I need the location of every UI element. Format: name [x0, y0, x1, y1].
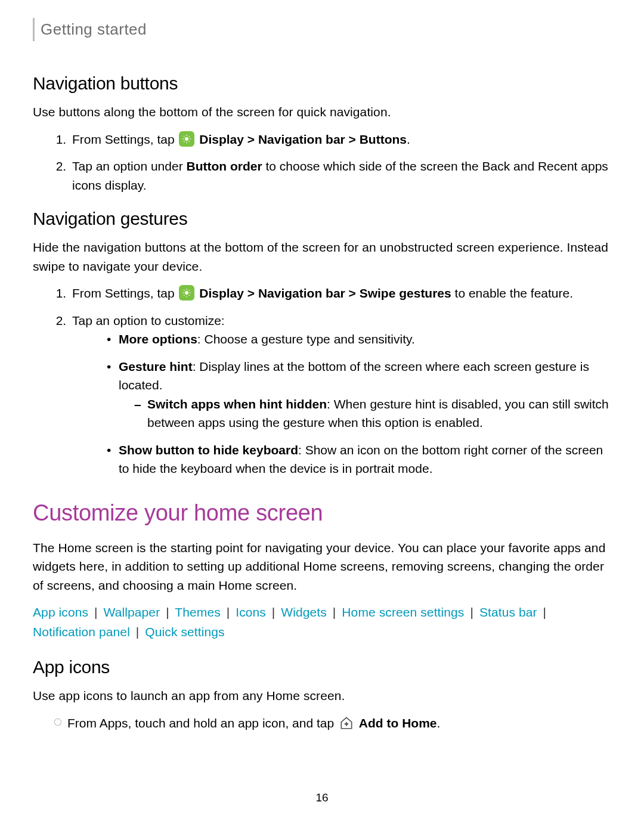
- separator: |: [227, 605, 230, 619]
- heading-navigation-gestures: Navigation gestures: [33, 205, 611, 232]
- svg-line-14: [184, 290, 185, 291]
- list-item: Gesture hint: Display lines at the botto…: [115, 357, 611, 432]
- text: to enable the feature.: [451, 286, 573, 300]
- display-icon: [179, 131, 194, 147]
- list-item: From Apps, touch and hold an app icon, a…: [67, 714, 611, 733]
- text-bold: Gesture hint: [119, 360, 193, 373]
- nav-gestures-intro: Hide the navigation buttons at the botto…: [33, 238, 611, 275]
- app-icons-intro: Use app icons to launch an app from any …: [33, 686, 611, 705]
- text-bold: Add to Home: [359, 716, 437, 730]
- link-wallpaper[interactable]: Wallpaper: [104, 605, 160, 619]
- svg-line-8: [189, 136, 190, 137]
- link-quick-settings[interactable]: Quick settings: [145, 625, 224, 639]
- text: Tap an option under: [72, 159, 186, 173]
- text: From Settings, tap: [72, 286, 178, 300]
- add-to-home-icon: [339, 715, 354, 730]
- link-themes[interactable]: Themes: [175, 605, 220, 619]
- text: .: [407, 132, 410, 146]
- text-bold: Show button to hide keyboard: [119, 443, 298, 457]
- svg-line-5: [184, 136, 185, 137]
- nav-buttons-intro: Use buttons along the bottom of the scre…: [33, 103, 611, 122]
- gesture-hint-sub: Switch apps when hint hidden: When gestu…: [119, 395, 611, 432]
- separator: |: [470, 605, 473, 619]
- link-widgets[interactable]: Widgets: [281, 605, 327, 619]
- app-icons-steps: From Apps, touch and hold an app icon, a…: [33, 714, 611, 733]
- link-notification-panel[interactable]: Notification panel: [33, 625, 130, 639]
- gesture-options: More options: Choose a gesture type and …: [72, 330, 611, 478]
- separator: |: [333, 605, 336, 619]
- list-item: From Settings, tap Display > Navigation …: [70, 130, 611, 149]
- heading-customize-home: Customize your home screen: [33, 496, 611, 530]
- nav-buttons-steps: From Settings, tap Display > Navigation …: [33, 130, 611, 195]
- svg-point-0: [185, 137, 188, 141]
- text: : Choose a gesture type and sensitivity.: [197, 332, 415, 346]
- link-status-bar[interactable]: Status bar: [479, 605, 537, 619]
- list-item: Switch apps when hint hidden: When gestu…: [147, 395, 611, 432]
- text: From Apps, touch and hold an app icon, a…: [67, 716, 338, 730]
- separator: |: [272, 605, 275, 619]
- text-bold: Switch apps when hint hidden: [147, 397, 327, 411]
- display-icon: [179, 285, 194, 301]
- text-bold: Button order: [186, 159, 262, 173]
- list-item: More options: Choose a gesture type and …: [115, 330, 611, 349]
- separator: |: [166, 605, 169, 619]
- svg-line-17: [189, 290, 190, 291]
- heading-app-icons: App icons: [33, 654, 611, 680]
- page-number: 16: [33, 789, 611, 807]
- text-bold: Display > Navigation bar > Buttons: [199, 132, 407, 146]
- text: .: [436, 716, 440, 730]
- text-bold: More options: [119, 332, 197, 346]
- link-home-screen-settings[interactable]: Home screen settings: [342, 605, 464, 619]
- svg-line-7: [184, 141, 185, 142]
- list-item: From Settings, tap Display > Navigation …: [70, 284, 611, 303]
- list-item: Tap an option to customize: More options…: [70, 311, 611, 478]
- customize-links: App icons | Wallpaper | Themes | Icons |…: [33, 603, 611, 642]
- list-item: Show button to hide keyboard: Show an ic…: [115, 441, 611, 478]
- breadcrumb: Getting started: [33, 18, 611, 41]
- list-item: Tap an option under Button order to choo…: [70, 157, 611, 194]
- svg-point-9: [185, 291, 188, 295]
- separator: |: [543, 605, 547, 619]
- svg-line-16: [184, 295, 185, 296]
- nav-gestures-steps: From Settings, tap Display > Navigation …: [33, 284, 611, 478]
- text-bold: Display > Navigation bar > Swipe gesture…: [199, 286, 451, 300]
- separator: |: [94, 605, 98, 619]
- separator: |: [136, 625, 140, 639]
- link-app-icons[interactable]: App icons: [33, 605, 88, 619]
- link-icons[interactable]: Icons: [236, 605, 266, 619]
- svg-line-6: [189, 141, 190, 142]
- svg-line-15: [189, 295, 190, 296]
- text: Tap an option to customize:: [72, 314, 225, 327]
- heading-navigation-buttons: Navigation buttons: [33, 70, 611, 97]
- customize-intro: The Home screen is the starting point fo…: [33, 538, 611, 595]
- text: From Settings, tap: [72, 132, 178, 146]
